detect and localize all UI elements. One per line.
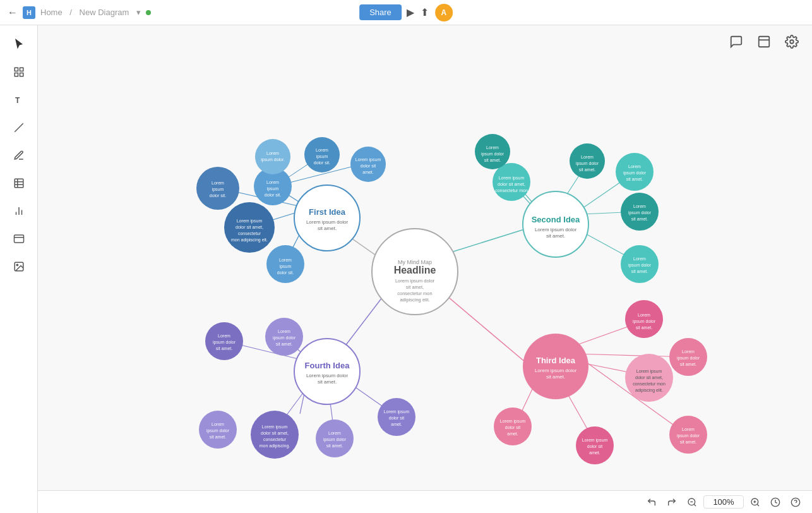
share-button[interactable]: Share [359,4,402,20]
top-right-toolbar [726,32,802,52]
fourth-idea-sub6[interactable]: Lorem ipsum dolor sit amet. [378,398,415,436]
third-idea-sub1[interactable]: Lorem ipsum dolor sit amet. [625,300,663,338]
fourth-idea-sub5[interactable]: Lorem ipsum dolor sit amet. [316,419,354,457]
svg-text:Lorem: Lorem [633,256,646,261]
history-button[interactable] [767,493,784,511]
svg-rect-6 [20,73,23,76]
svg-text:ipsum dolor: ipsum dolor [633,319,656,324]
svg-text:ipsum dolor: ipsum dolor [323,437,347,442]
canvas[interactable]: My Mind Map Headline Lorem ipsum dolor s… [38,25,812,490]
header-icons: ▶ ⬆ A [407,4,453,21]
breadcrumb-home[interactable]: Home [40,8,63,17]
first-idea-sub-sub1[interactable]: Lorem ipsum dolor. [255,139,290,174]
breadcrumb-arrow[interactable]: ▾ [136,8,141,17]
avatar[interactable]: A [435,4,453,21]
fourth-idea-sub4[interactable]: Lorem ipsum dolor sit amet, consectetur … [251,411,299,459]
export-button[interactable]: ⬆ [421,6,429,18]
pages-button[interactable] [754,32,774,52]
first-idea-sub-sub2[interactable]: Lorem ipsum dolor sit. [304,137,340,172]
line-tool[interactable] [8,116,30,139]
svg-text:sit amet.: sit amet. [546,233,565,239]
second-idea-sub4[interactable]: Lorem ipsum dolor sit amet. [616,153,654,191]
zoom-in-button[interactable] [746,493,764,511]
second-idea-sub5[interactable]: Lorem ipsum dolor sit amet. [621,193,659,231]
zoom-level[interactable]: 100% [703,495,744,509]
play-button[interactable]: ▶ [407,6,414,18]
svg-text:consectetur: consectetur [263,437,287,442]
text-tool[interactable]: T [8,88,30,111]
card-tool[interactable] [8,227,30,250]
first-idea-sub2[interactable]: Lorem ipsum dolor sit. [196,167,239,210]
third-idea-sub2[interactable]: Lorem ipsum dolor sit amet. [494,407,532,445]
select-tool[interactable] [8,33,30,56]
svg-text:dolor sit.: dolor sit. [265,193,282,197]
fourth-idea-node[interactable]: Fourth Idea Lorem ipsum dolor sit amet. [294,339,360,404]
shapes-tool[interactable] [8,61,30,83]
first-idea-sub-sub3[interactable]: Lorem ipsum dolor sit amet. [350,147,386,182]
first-idea-sub3[interactable]: Lorem ipsum dolor sit amet, consectetur … [224,202,275,253]
third-idea-sub3[interactable]: Lorem ipsum dolor sit amet. [576,426,614,464]
second-idea-sub6[interactable]: Lorem ipsum dolor sit amet. [621,245,659,283]
first-idea-sub4[interactable]: Lorem ipsum dolor sit. [266,245,304,283]
fourth-idea-sub1[interactable]: Lorem ipsum dolor sit amet. [265,318,303,356]
svg-text:sit amet.: sit amet. [631,269,648,274]
comment-button[interactable] [726,32,746,52]
svg-text:Lorem ipsum: Lorem ipsum [636,369,662,374]
breadcrumb-diagram[interactable]: New Diagram [80,8,129,17]
svg-text:Lorem: Lorem [266,151,279,155]
svg-text:sit amet.: sit amet. [680,440,697,444]
svg-text:ipsum: ipsum [267,186,279,191]
third-idea-sub6[interactable]: Lorem ipsum dolor sit amet. [669,416,707,454]
status-indicator [146,10,151,15]
svg-text:ipsum dolor: ipsum dolor [273,335,296,341]
fourth-idea-sub3[interactable]: Lorem ipsum dolor sit amet. [199,411,237,449]
svg-text:ipsum: ipsum [280,264,292,269]
zoom-out-button[interactable] [683,493,701,511]
svg-text:ipsum dolor: ipsum dolor [677,433,700,438]
svg-point-2 [790,40,794,44]
second-idea-sub3[interactable]: Lorem ipsum dolor sit amet. [570,143,605,179]
third-idea-node[interactable]: Third Idea Lorem ipsum dolor sit amet. [523,334,588,399]
svg-text:dolor sit amet,: dolor sit amet, [635,375,663,380]
header: ← H Home / New Diagram ▾ Share ▶ ⬆ A [0,0,812,25]
svg-text:Lorem ipsum: Lorem ipsum [355,157,381,162]
svg-text:dolor sit amet,: dolor sit amet, [498,182,525,186]
help-button[interactable] [787,493,804,511]
settings-button[interactable] [782,32,802,52]
second-idea-sub1[interactable]: Lorem ipsum dolor sit amet, consectetur … [493,163,530,201]
redo-button[interactable] [663,493,681,511]
svg-text:sit amet.: sit amet. [579,167,596,172]
svg-text:mon adipiscing elt.: mon adipiscing elt. [231,238,268,243]
svg-text:dolor sit amet,: dolor sit amet, [261,431,289,435]
second-idea-sub2[interactable]: Lorem ipsum dolor sit amet. [475,134,510,169]
svg-point-119 [523,334,588,399]
svg-text:ipsum dolor: ipsum dolor [213,340,236,345]
header-center: Share ▶ ⬆ A [359,4,453,21]
table-tool[interactable] [8,172,30,195]
pen-tool[interactable] [8,144,30,167]
undo-button[interactable] [643,493,660,511]
svg-text:Lorem: Lorem [628,164,641,169]
svg-text:sit amet.: sit amet. [626,177,643,181]
breadcrumb-separator: / [69,8,72,17]
svg-line-8 [15,123,23,132]
chart-tool[interactable] [8,200,30,222]
back-button[interactable]: ← [8,7,18,18]
svg-text:sit amet.: sit amet. [546,374,565,380]
third-idea-sub5[interactable]: Lorem ipsum dolor sit amet. [669,338,707,376]
svg-text:ipsum dolor: ipsum dolor [576,161,599,166]
svg-text:T: T [15,96,20,105]
svg-text:sit amet.: sit amet. [216,346,233,351]
svg-text:dolor sit.: dolor sit. [210,193,227,198]
fourth-idea-sub2[interactable]: Lorem ipsum dolor sit amet. [205,322,243,360]
svg-text:dolor sit.: dolor sit. [277,270,294,275]
second-idea-node[interactable]: Second Idea Lorem ipsum dolor sit amet. [523,191,588,257]
center-node[interactable]: My Mind Map Headline Lorem ipsum dolor s… [372,229,458,315]
svg-text:Lorem: Lorem [581,155,594,159]
svg-text:sit amet.: sit amet. [318,379,337,385]
image-tool[interactable] [8,255,30,278]
svg-text:adipiscing elit.: adipiscing elit. [635,388,663,393]
first-idea-node[interactable]: First Idea Lorem ipsum dolor sit amet. [294,185,360,251]
third-idea-sub4[interactable]: Lorem ipsum dolor sit amet, consectetur … [625,354,673,402]
svg-point-91 [523,191,588,257]
